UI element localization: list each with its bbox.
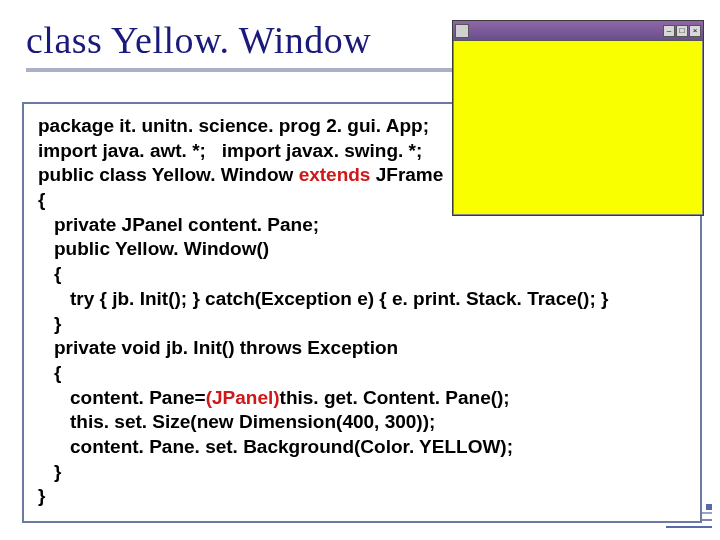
code-line: this. set. Size(new Dimension(400, 300))…: [38, 410, 688, 435]
code-line: private JPanel content. Pane;: [38, 213, 688, 238]
preview-window: – □ ×: [452, 20, 704, 216]
window-app-icon: [455, 24, 469, 38]
code-line: public Yellow. Window(): [38, 237, 688, 262]
cast-jpanel: (JPanel): [206, 387, 280, 408]
code-line: content. Pane=(JPanel)this. get. Content…: [38, 386, 688, 411]
code-text: public class Yellow. Window: [38, 164, 299, 185]
minimize-icon: –: [663, 25, 675, 37]
keyword-extends: extends: [299, 164, 371, 185]
close-icon: ×: [689, 25, 701, 37]
code-text: content. Pane=: [70, 387, 206, 408]
code-text: JFrame: [370, 164, 443, 185]
code-line: try { jb. Init(); } catch(Exception e) {…: [38, 287, 688, 312]
code-line: content. Pane. set. Background(Color. YE…: [38, 435, 688, 460]
code-line: {: [38, 262, 688, 287]
code-line: private void jb. Init() throws Exception: [38, 336, 688, 361]
code-text: import javax. swing. *;: [222, 140, 423, 161]
code-line: }: [38, 312, 688, 337]
maximize-icon: □: [676, 25, 688, 37]
code-line: }: [38, 460, 688, 485]
code-text: this. get. Content. Pane();: [280, 387, 510, 408]
code-text: import java. awt. *;: [38, 140, 206, 161]
code-line: }: [38, 484, 688, 509]
preview-titlebar: – □ ×: [453, 21, 703, 41]
code-line: {: [38, 361, 688, 386]
